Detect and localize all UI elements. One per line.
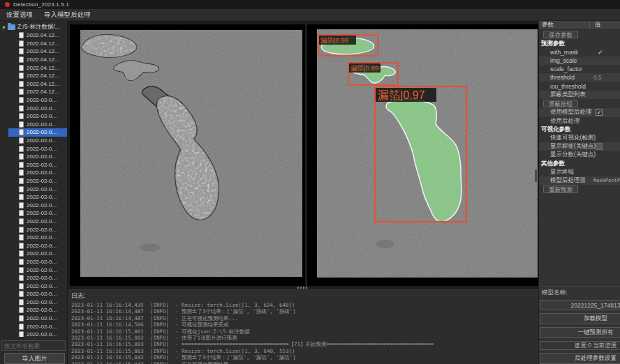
- file-search-box: [1, 338, 66, 351]
- tree-item[interactable]: 2022-02-0...: [0, 128, 67, 137]
- param-value: MaskPostPro: [593, 178, 620, 183]
- log-line: 2023-01-11 16:16:15,003 |INFO| - Resize:…: [71, 348, 538, 354]
- param-row[interactable]: img_scale: [539, 56, 620, 65]
- file-icon: [19, 202, 24, 208]
- caret-down-icon[interactable]: ▼: [0, 25, 8, 30]
- tree-item[interactable]: 2022-02-0...: [0, 193, 67, 202]
- tree-item-label: 2022-02-0...: [27, 250, 57, 257]
- tree-item[interactable]: 2022-02-0...: [0, 250, 67, 258]
- tree-item[interactable]: 2022-02-0...: [0, 153, 67, 161]
- tree-item-label: 2022-02-0...: [27, 194, 57, 200]
- tree-item[interactable]: 2022-02-0...: [0, 144, 67, 153]
- tree-item[interactable]: 2022-02-0...: [0, 234, 67, 242]
- tree-item[interactable]: 2022-02-0...: [0, 225, 67, 234]
- param-row[interactable]: 显示标签(关键点): [539, 142, 620, 151]
- tree-item[interactable]: 2022-02-0...: [0, 121, 67, 129]
- checkbox-unchecked[interactable]: [596, 143, 603, 150]
- original-image-panel[interactable]: [70, 24, 305, 286]
- tree-item[interactable]: 2022-02-0...: [0, 298, 67, 307]
- param-section: 预测参数: [539, 40, 620, 48]
- tree-item[interactable]: 2022-02-0...: [0, 209, 67, 218]
- params-panel: 参数 值 保存参数预测参数with_mask✓img_scalescale_fa…: [538, 21, 620, 364]
- postprocess-params-button[interactable]: 后处理参数设置: [540, 353, 620, 364]
- tree-item-label: 2022-02-0...: [27, 121, 57, 128]
- param-row[interactable]: threshold0.5: [539, 73, 620, 82]
- vertical-scrollbar[interactable]: [535, 169, 537, 182]
- tree-item[interactable]: 2022-02-0...: [0, 241, 67, 250]
- tree-item-label: 2022-02-0...: [27, 162, 57, 168]
- tree-item[interactable]: 2022-02-0...: [0, 306, 67, 314]
- param-row[interactable]: 模型后处理器MaskPostPro: [539, 176, 620, 185]
- tree-item[interactable]: 2022-02-0...: [0, 137, 67, 145]
- tree-item[interactable]: 2022.04.12...: [0, 88, 67, 96]
- tree-item[interactable]: 2022.04.12...: [0, 56, 67, 64]
- file-icon: [19, 194, 24, 200]
- tree-item[interactable]: 2022-02-0...: [0, 314, 67, 323]
- tree-item[interactable]: 2022.04.12...: [0, 63, 67, 72]
- tree-item-label: 2022-02-0...: [27, 105, 57, 112]
- param-row[interactable]: 显示终端: [539, 168, 620, 176]
- tree-item[interactable]: 2022-02-0...: [0, 104, 67, 112]
- tree-item[interactable]: 2022.04.12...: [0, 40, 67, 48]
- param-value: 0.5: [593, 74, 602, 81]
- param-row[interactable]: 屏蔽类型列表: [539, 91, 620, 99]
- predict-all-button[interactable]: 一键预测所有: [540, 327, 620, 338]
- param-button-row: 屏蔽按钮: [539, 99, 620, 109]
- tree-item[interactable]: 2022-02-0...: [0, 169, 67, 177]
- log-line: 2023-01-11 16:16:15,002 |INFO| - 使用了1张图片…: [71, 335, 538, 341]
- tree-root[interactable]: ▼ Z:/5-标注数据/...: [0, 23, 67, 31]
- tree-item-label: 2022-02-0...: [27, 331, 57, 336]
- log-line: 2023-01-11 16:16:14,487 |INFO| - 预测出了3个结…: [71, 308, 538, 314]
- tree-item[interactable]: 2022.04.12...: [0, 80, 67, 89]
- panel-button[interactable]: 屏蔽按钮: [543, 100, 578, 107]
- log-title: 日志:: [71, 291, 538, 301]
- search-input[interactable]: [1, 340, 66, 351]
- param-label: 模型后处理器: [539, 176, 586, 185]
- tree-item[interactable]: 2022-02-0...: [0, 185, 67, 193]
- param-row[interactable]: 显示分数(关键点): [539, 151, 620, 159]
- tree-item-label: 2022-02-0...: [27, 202, 57, 208]
- tree-item[interactable]: 2022-02-0...: [0, 177, 67, 185]
- tree-item[interactable]: 2022-02-0...: [0, 258, 67, 266]
- image-area: 漏箔|0.99 漏箔|0.89 漏箔|0.97: [68, 21, 538, 286]
- load-model-button[interactable]: 加载模型: [540, 313, 620, 324]
- param-row[interactable]: 快速可视化(检测): [539, 134, 620, 142]
- param-row[interactable]: scale_factor: [539, 65, 620, 73]
- tree-item[interactable]: 2022.04.12...: [0, 31, 67, 40]
- tree-item-label: 2022-02-0...: [27, 324, 57, 330]
- import-image-button[interactable]: 导入图片: [4, 353, 65, 364]
- tree-item[interactable]: 2022-02-0...: [0, 290, 67, 298]
- tree-item[interactable]: 2022.04.12...: [0, 47, 67, 56]
- param-row[interactable]: 使用后处理: [539, 117, 620, 126]
- model-name-box[interactable]: 20221225_174813: [540, 300, 620, 310]
- tree-item[interactable]: 2022-02-0...: [0, 274, 67, 282]
- tree-item[interactable]: 2022-02-0...: [0, 282, 67, 290]
- log-line: 2023-01-11 16:16:14,487 |INFO| - 正在可视化预测…: [71, 315, 538, 321]
- tree-item[interactable]: 2022-02-0...: [0, 112, 67, 121]
- menu-import-postprocess[interactable]: 导入模型后处理: [44, 10, 91, 20]
- file-icon: [19, 81, 24, 87]
- tree-item-label: 2022-02-0...: [27, 153, 57, 160]
- tree-item[interactable]: 2022-02-0...: [0, 218, 67, 226]
- tree-item[interactable]: 2022-02-0...: [0, 322, 67, 331]
- panel-button[interactable]: 重新预测: [543, 185, 578, 193]
- tree-item[interactable]: 2022-02-0...: [0, 96, 67, 105]
- tree-item-label: 2022.04.12...: [27, 56, 59, 63]
- model-section: 模型名称: 20221225_174813 加载模型 一键预测所有 速度:0 当…: [539, 286, 620, 364]
- tree-item[interactable]: 2022-02-0...: [0, 161, 67, 169]
- param-row[interactable]: 使用模型后处理✓: [539, 108, 620, 116]
- tree-root-label: Z:/5-标注数据/...: [17, 23, 60, 31]
- tree-item[interactable]: 2022-02-0...: [0, 266, 67, 274]
- tree-item[interactable]: 2022-02-0...: [0, 331, 67, 337]
- file-icon: [19, 146, 24, 152]
- checkbox-checked[interactable]: ✓: [596, 109, 603, 116]
- tree-item-label: 2022-02-0...: [27, 129, 57, 135]
- tree-item[interactable]: 2022.04.12...: [0, 72, 67, 80]
- param-row[interactable]: iou_threshold: [539, 82, 620, 90]
- param-row[interactable]: with_mask✓: [539, 48, 620, 56]
- prediction-image-panel[interactable]: 漏箔|0.99 漏箔|0.89 漏箔|0.97: [307, 24, 538, 286]
- tree-item[interactable]: 2022-02-0...: [0, 201, 67, 209]
- param-label: img_scale: [539, 57, 577, 64]
- panel-button[interactable]: 保存参数: [543, 31, 578, 38]
- menu-settings[interactable]: 设置选项: [6, 10, 33, 20]
